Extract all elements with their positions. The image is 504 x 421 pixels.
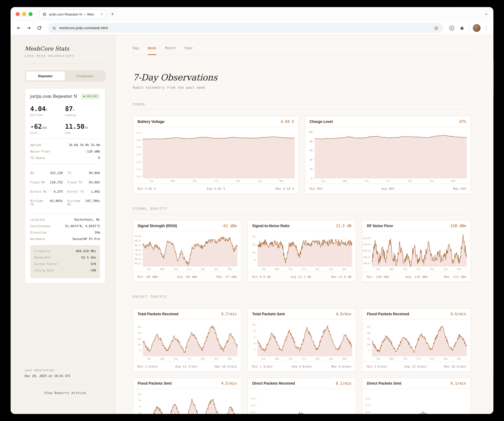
stat-avg: Avg -66 dBm — [177, 275, 197, 279]
field-label: Airtime RX — [67, 199, 83, 206]
kv-row: Noise Floor-120 dBm — [30, 150, 100, 153]
window-controls — [16, 12, 32, 16]
x-tick: Sat — [201, 358, 205, 360]
radio-config-box: Frequency869.618 MHzBandwidth62.5 kHzSpr… — [30, 245, 100, 278]
x-tick: Tue — [376, 358, 380, 360]
device-card: jorijn.com Repeater N ONLINE 4.04VBATTER… — [25, 88, 105, 284]
stat-min: Min -86 dBm — [138, 275, 158, 279]
kv-row: Uptime16.0d 19.0h 33.0m — [30, 143, 100, 147]
profile-avatar[interactable] — [473, 24, 481, 32]
zoom-window-button[interactable] — [29, 12, 32, 16]
x-tick: Wed — [275, 358, 279, 360]
field-value: SenseCAP P1-Pro — [72, 237, 100, 241]
globe-favicon-icon — [42, 12, 47, 16]
address-bar[interactable]: meshcore.jorijn.com/week.html — [48, 23, 443, 33]
y-tick: 4.2 — [136, 131, 142, 134]
browser-tab[interactable]: jorijn.com Repeater N — Wee × — [39, 9, 106, 19]
chart-plot — [257, 234, 352, 267]
y-tick: 10 — [252, 323, 257, 326]
x-tick: Thu — [288, 358, 293, 360]
x-tick: Fri — [302, 358, 306, 360]
x-axis: TueWedThuFriSatSunMon — [143, 356, 237, 361]
view-archive-link[interactable]: View Reports Archive — [25, 390, 105, 395]
tab-year[interactable]: Year — [184, 46, 193, 55]
stat-avg: Avg 11.4/min — [405, 365, 427, 368]
chart-plot — [143, 323, 237, 356]
field-label: TX — [67, 171, 71, 175]
kv-row: Flood RX218,722 — [30, 180, 63, 184]
x-tick: Mon — [280, 180, 283, 183]
x-axis: TueWedThuFriSatSunMon — [372, 356, 467, 361]
field-value: 93,062 — [89, 180, 100, 184]
tab-month[interactable]: Month — [165, 46, 176, 55]
y-axis: 1412108 — [249, 234, 257, 267]
x-tick: Wed — [171, 180, 175, 183]
tab-repeater[interactable]: Repeater — [26, 71, 65, 81]
y-tick: 25 — [138, 326, 142, 329]
forward-button[interactable] — [25, 24, 33, 32]
y-tick: 10 — [138, 343, 142, 346]
chart-current-value: 11.5 dB — [336, 223, 351, 228]
chart-plot — [257, 392, 352, 414]
new-tab-button[interactable]: + — [111, 11, 114, 17]
tab-companion[interactable]: Companion — [65, 71, 105, 81]
y-tick: 6 — [139, 406, 142, 408]
traffic-counters: RX223,120TX94,864Flood RX218,722Flood TX… — [30, 168, 100, 209]
chart-plot — [372, 234, 467, 267]
y-tick: 0.2 — [366, 411, 371, 414]
field-value: CR8 — [90, 269, 96, 272]
password-manager-icon[interactable] — [447, 24, 456, 32]
close-window-button[interactable] — [16, 12, 20, 16]
chart-card-flood-rx: Flood Packets Received 9.6/min 252015105… — [362, 308, 471, 372]
chart-card-charge-level: Charge Level 87% 100806040200 TueWedThuF… — [305, 116, 471, 194]
section-label: PACKET TRAFFIC — [133, 295, 471, 302]
chart-card-total-tx: Total Packets Sent 4.6/min 108642 TueWed… — [247, 308, 356, 372]
stat-min: Min 2.6/min — [367, 365, 387, 368]
y-axis: -55.0-60.0-65.0-70.0-75.0-80.0-85.0 — [134, 234, 143, 267]
url-text[interactable]: meshcore.jorijn.com/week.html — [59, 26, 431, 30]
tab-title: jorijn.com Repeater N — Wee — [49, 12, 98, 16]
field-label: Direct TX — [67, 190, 84, 193]
period-tabs: Day Week Month Year — [133, 46, 471, 55]
tab-day[interactable]: Day — [133, 46, 139, 55]
y-tick: 20 — [367, 332, 371, 334]
app-subtitle: LORA MESH OBSERVATORY — [25, 54, 105, 58]
divider — [30, 213, 100, 214]
kv-row: Coordinates51.6674°N, 4.8597°E — [30, 224, 100, 228]
browser-menu-icon[interactable]: ⋮ — [482, 25, 489, 31]
x-axis: TueWedThuFriSatSunMon — [257, 267, 352, 272]
y-axis: 0.40.30.20.1 — [364, 392, 372, 414]
field-label: Flood TX — [67, 180, 82, 184]
y-tick: 3.6 — [136, 153, 142, 156]
y-tick: 3.4 — [136, 161, 142, 164]
field-label: Airtime TX — [30, 199, 47, 206]
field-label: RX — [30, 171, 34, 175]
bookmark-star-icon[interactable] — [434, 26, 439, 31]
chart-title: Signal-to-Noise Ratio — [252, 224, 290, 227]
chart-card-direct-tx: Direct Packets Sent 0.1/min 0.40.30.20.1… — [362, 378, 471, 414]
back-button[interactable] — [15, 24, 23, 32]
y-tick: 12 — [252, 244, 257, 246]
site-settings-icon[interactable] — [52, 26, 56, 30]
tab-week[interactable]: Week — [148, 46, 156, 55]
field-label: Bandwidth — [34, 256, 51, 259]
chart-title: Total Packets Received — [138, 312, 178, 316]
chart-current-value: 0.1/min — [336, 381, 351, 385]
minimize-window-button[interactable] — [22, 12, 26, 16]
x-tick: Wed — [275, 268, 279, 271]
online-dot-icon — [83, 96, 85, 97]
field-value: -120 dBm — [85, 150, 100, 153]
browser-toolbar: meshcore.jorijn.com/week.html ⋮ — [11, 21, 493, 35]
field-value: 62.5 kHz — [81, 256, 96, 259]
reload-button[interactable] — [35, 24, 43, 32]
x-tick: Thu — [365, 180, 369, 183]
chart-current-value: 4.04 V — [281, 119, 294, 124]
close-tab-icon[interactable]: × — [101, 12, 103, 16]
field-label: Coordinates — [30, 224, 50, 228]
kv-row: Direct RX4,375 — [30, 190, 63, 193]
tab-search-chevron-icon[interactable] — [484, 12, 488, 16]
x-tick: Mon — [228, 268, 232, 271]
y-tick: -75.0 — [134, 253, 142, 256]
y-tick: 0.2 — [251, 411, 257, 414]
extensions-puzzle-icon[interactable] — [458, 24, 466, 32]
